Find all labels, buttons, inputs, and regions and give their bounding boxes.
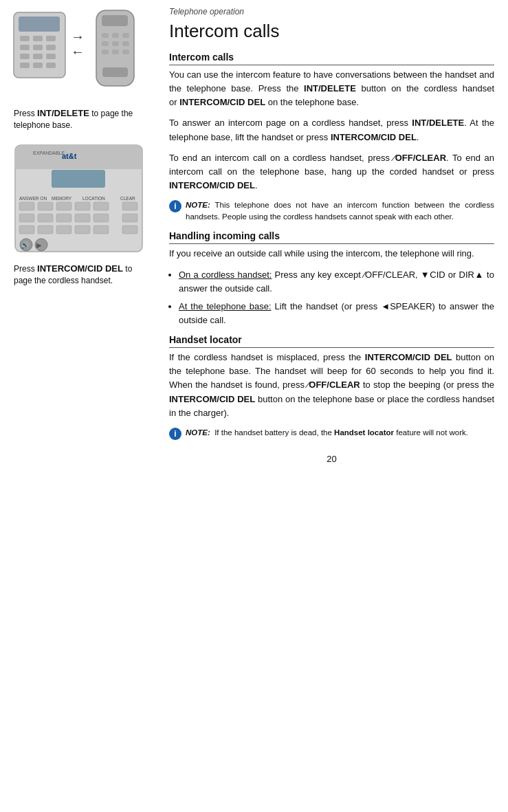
svg-rect-5 [20,45,30,50]
svg-rect-2 [20,36,30,41]
section-handling-incoming: Handling incoming calls If you receive a… [169,230,494,327]
svg-rect-4 [46,36,56,41]
svg-rect-3 [33,36,43,41]
svg-rect-21 [102,41,109,46]
svg-rect-8 [20,54,30,59]
svg-rect-47 [75,214,90,222]
svg-rect-54 [93,226,109,234]
svg-rect-20 [122,33,129,38]
diagram-phones-top: → ← [10,7,148,96]
svg-rect-48 [93,214,109,222]
note-intercom-text: NOTE: This telephone does not have an in… [186,199,494,222]
svg-rect-39 [38,202,53,210]
svg-rect-44 [19,214,34,222]
svg-text:MEMORY: MEMORY [52,196,72,201]
info-icon: i [169,200,181,212]
section-heading-locator: Handset locator [169,334,494,348]
svg-rect-6 [33,45,43,50]
para-locator-1: If the cordless handset is misplaced, pr… [169,351,494,420]
svg-rect-38 [19,202,34,210]
page: → ← Press INT/DELE [0,0,508,812]
svg-rect-51 [38,226,53,234]
note-intercom: i NOTE: This telephone does not have an … [169,199,494,222]
svg-rect-50 [19,226,34,234]
svg-text:▶: ▶ [36,241,42,249]
svg-rect-10 [46,54,56,59]
svg-rect-25 [112,50,119,54]
caption-bottom-bold: INTERCOM/CID DEL [37,263,123,274]
svg-rect-17 [102,15,128,26]
section-handset-locator: Handset locator If the cordless handset … [169,334,494,440]
svg-rect-43 [122,202,137,210]
page-number: 20 [169,454,494,464]
svg-rect-9 [33,54,43,59]
svg-rect-19 [112,33,119,38]
svg-rect-22 [112,41,119,46]
section-heading-intercom: Intercom calls [169,52,494,65]
svg-rect-23 [122,41,129,46]
svg-rect-30 [15,161,142,169]
svg-rect-24 [102,50,109,54]
note-locator: i NOTE: If the handset battery is dead, … [169,427,494,440]
svg-rect-49 [122,214,137,222]
section-heading-incoming: Handling incoming calls [169,230,494,244]
svg-rect-41 [75,202,90,210]
sidebar: → ← Press INT/DELE [0,0,158,812]
svg-rect-52 [56,226,71,234]
bullet-base: At the telephone base: Lift the handset … [179,300,494,327]
diagram-base-unit: at&t EXPANDABLE ANSWER ON MEMORY LOCATIO… [14,144,144,256]
para-intercom-2: To answer an intercom page on a cordless… [169,116,494,144]
svg-rect-45 [38,214,53,222]
svg-rect-1 [19,17,60,32]
caption-top-bold: INT/DELETE [37,108,89,118]
para-intercom-1: You can use the intercom feature to have… [169,68,494,109]
svg-rect-55 [122,226,137,234]
svg-text:ANSWER ON: ANSWER ON [19,196,47,201]
svg-rect-12 [33,63,43,68]
svg-rect-42 [93,202,109,210]
svg-text:→: → [71,29,85,44]
svg-rect-27 [102,67,128,77]
section-label: Telephone operation [169,7,494,17]
para-intercom-3: To end an intercom call on a cordless ha… [169,151,494,193]
svg-rect-53 [75,226,90,234]
svg-rect-46 [56,214,71,222]
note-locator-text: NOTE: If the handset battery is dead, th… [186,427,468,439]
main-content: Telephone operation Intercom calls Inter… [158,0,508,812]
sidebar-caption-bottom: Press INTERCOM/CID DEL to page the cordl… [14,263,144,287]
bullet-cordless: On a cordless handset: Press any key exc… [179,268,494,296]
info-icon-2: i [169,428,181,440]
bullet-list-incoming: On a cordless handset: Press any key exc… [169,268,494,328]
section-intercom-calls: Intercom calls You can use the intercom … [169,52,494,222]
svg-text:CLEAR: CLEAR [120,196,135,201]
svg-text:←: ← [71,44,85,59]
svg-rect-11 [20,63,30,68]
svg-rect-18 [102,33,109,38]
caption-bottom-prefix: Press [14,264,37,274]
svg-rect-26 [122,50,129,54]
para-incoming-1: If you receive an outside call while usi… [169,247,494,261]
svg-rect-13 [46,63,56,68]
svg-text:🔊: 🔊 [21,241,30,250]
caption-top-prefix: Press [14,109,37,118]
svg-text:LOCATION: LOCATION [82,196,105,201]
svg-rect-7 [46,45,56,50]
sidebar-caption-top: Press INT/DELETE to page the telephone b… [14,107,144,131]
svg-rect-33 [52,170,105,188]
svg-rect-40 [56,202,71,210]
svg-text:EXPANDABLE: EXPANDABLE [33,151,65,155]
page-title: Intercom calls [169,21,494,42]
